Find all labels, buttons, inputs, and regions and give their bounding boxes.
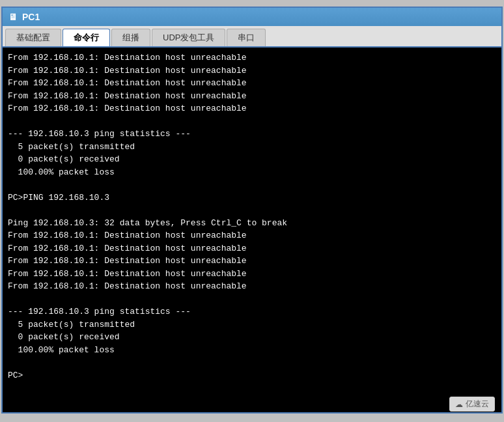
tab-命令行[interactable]: 命令行 xyxy=(63,29,110,46)
tab-串口[interactable]: 串口 xyxy=(227,29,266,46)
tab-组播[interactable]: 组播 xyxy=(111,29,150,46)
terminal-output[interactable]: From 192.168.10.1: Destination host unre… xyxy=(3,48,501,412)
watermark-icon: ☁ xyxy=(455,400,463,409)
main-window: 🖥 PC1 基础配置命令行组播UDP发包工具串口 From 192.168.10… xyxy=(1,7,503,414)
titlebar: 🖥 PC1 xyxy=(3,8,501,26)
tab-基础配置[interactable]: 基础配置 xyxy=(5,29,61,46)
watermark-text: 亿速云 xyxy=(466,399,489,410)
watermark: ☁ 亿速云 xyxy=(449,397,495,412)
window-title: PC1 xyxy=(22,12,40,22)
tab-bar: 基础配置命令行组播UDP发包工具串口 xyxy=(3,26,501,48)
window-icon: 🖥 xyxy=(8,12,18,22)
tab-UDP发包工具[interactable]: UDP发包工具 xyxy=(152,29,225,46)
